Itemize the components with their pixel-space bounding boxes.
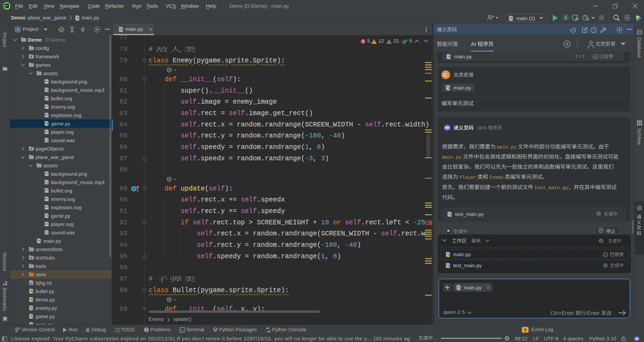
- svg-text:?: ?: [592, 28, 594, 32]
- svg-text:PC: PC: [5, 4, 8, 7]
